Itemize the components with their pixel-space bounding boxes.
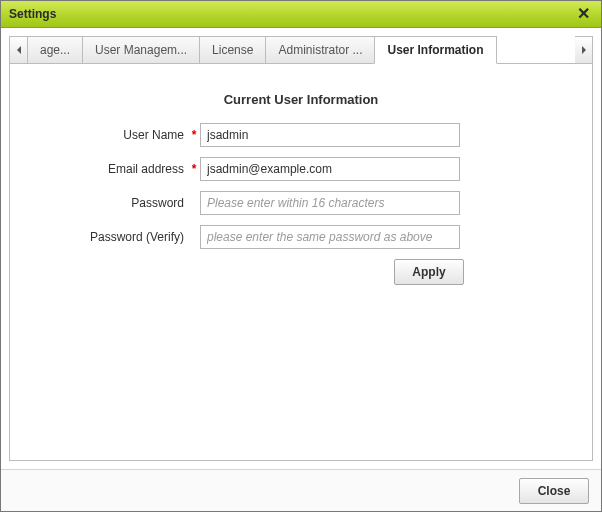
dialog-footer: Close (1, 469, 601, 511)
row-password: Password (48, 191, 554, 215)
label-password-verify: Password (Verify) (48, 230, 188, 244)
tab-label: User Information (387, 43, 483, 57)
tab-label: License (212, 43, 253, 57)
tab-bar: age... User Managem... License Administr… (9, 36, 593, 64)
apply-button[interactable]: Apply (394, 259, 464, 285)
tab-label: age... (40, 43, 70, 57)
tabs-container: age... User Managem... License Administr… (27, 36, 575, 64)
dialog-body: age... User Managem... License Administr… (1, 28, 601, 469)
window-title: Settings (9, 7, 56, 21)
chevron-right-icon (581, 46, 587, 54)
tab-user-information[interactable]: User Information (374, 36, 496, 64)
tab-user-management[interactable]: User Managem... (82, 36, 200, 64)
label-username: User Name (48, 128, 188, 142)
section-title: Current User Information (48, 92, 554, 107)
password-input[interactable] (200, 191, 460, 215)
row-password-verify: Password (Verify) (48, 225, 554, 249)
settings-dialog: Settings ✕ age... User Managem... Licens… (0, 0, 602, 512)
required-marker: * (188, 128, 200, 142)
row-username: User Name * (48, 123, 554, 147)
username-input[interactable] (200, 123, 460, 147)
tab-partial-prev[interactable]: age... (27, 36, 83, 64)
required-marker: * (188, 162, 200, 176)
chevron-left-icon (16, 46, 22, 54)
titlebar: Settings ✕ (1, 1, 601, 28)
password-verify-input[interactable] (200, 225, 460, 249)
email-input[interactable] (200, 157, 460, 181)
tab-administrator[interactable]: Administrator ... (265, 36, 375, 64)
close-icon[interactable]: ✕ (574, 6, 593, 22)
tab-label: Administrator ... (278, 43, 362, 57)
tab-license[interactable]: License (199, 36, 266, 64)
label-email: Email address (48, 162, 188, 176)
row-email: Email address * (48, 157, 554, 181)
close-button[interactable]: Close (519, 478, 589, 504)
label-password: Password (48, 196, 188, 210)
tab-scroll-right[interactable] (575, 36, 593, 64)
tab-panel: Current User Information User Name * Ema… (9, 63, 593, 461)
tab-label: User Managem... (95, 43, 187, 57)
apply-row: Apply (48, 259, 464, 285)
tab-scroll-left[interactable] (9, 36, 27, 64)
